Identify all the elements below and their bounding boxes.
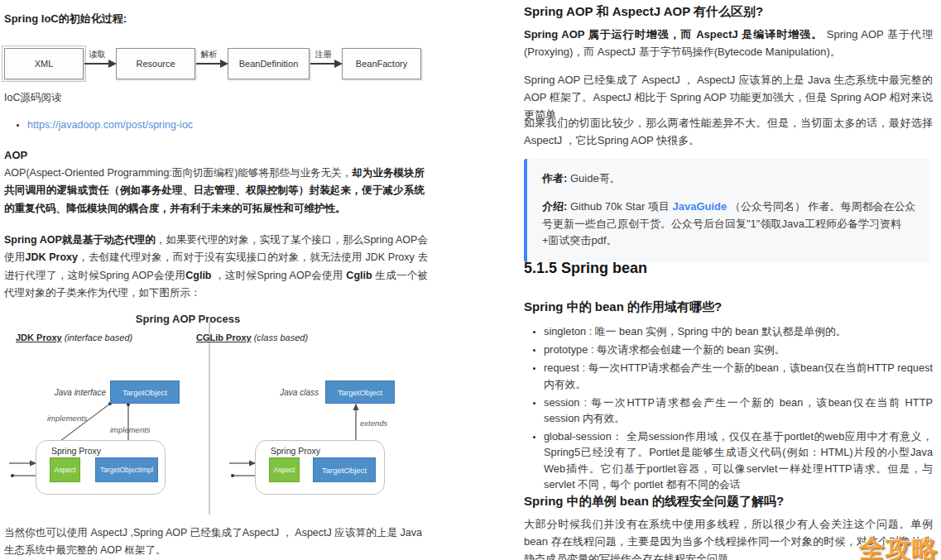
thread-safety-heading: Spring 中的单例 bean 的线程安全问题了解吗?	[524, 494, 784, 510]
jdk-targetobject-box: TargetObject	[110, 381, 180, 404]
ioc-init-title: Spring IoC的初始化过程:	[4, 12, 127, 26]
flow-arrow-read: 读取	[84, 63, 115, 65]
aop-paragraph-normal: AOP(Aspect-Oriented Programming:面向切面编程)能…	[4, 167, 352, 179]
intro-label: 介绍:	[542, 200, 567, 213]
jdk-proxy-subtitle: (interface based)	[62, 333, 133, 342]
proxy-bold-4: Cglib	[346, 270, 372, 281]
performance-paragraph: 如果我们的切面比较少，那么两者性能差异不大。但是，当切面太多的话，最好选择 As…	[524, 114, 933, 149]
jdk-proxy-title: JDK Proxy	[16, 333, 62, 342]
aspectj-closing-paragraph: 当然你也可以使用 AspectJ ,Spring AOP 已经集成了Aspect…	[4, 524, 422, 560]
watermark-text: 全攻略	[859, 532, 939, 560]
implements-label-1: implements	[47, 414, 88, 423]
difference-bold: Spring AOP 属于运行时增强，而 AspectJ 是编译时增强。	[524, 28, 823, 41]
javadoop-link[interactable]: https://javadoop.com/post/spring-ioc	[27, 119, 193, 131]
proxy-normal-3: ，这时候Spring AOP会使用	[212, 270, 347, 281]
scope-item-prototype: prototype : 每次请求都会创建一个新的 bean 实例。	[544, 342, 933, 357]
aop-paragraph: AOP(Aspect-Oriented Programming:面向切面编程)能…	[4, 165, 425, 218]
cglib-targetobject-box: TargetObject	[325, 381, 395, 404]
flow-box-xml: XML	[4, 48, 84, 79]
cglib-proxy-subtitle: (class based)	[252, 333, 308, 342]
diagram-title: Spring AOP Process	[4, 313, 372, 325]
aop-heading: AOP	[4, 149, 27, 161]
flow-box-beanfactory: BeanFactory	[342, 48, 421, 79]
bean-scopes-heading: Spring 中的 bean 的作用域有哪些?	[524, 299, 722, 315]
author-quote-block: 作者: Guide哥。 介绍: Github 70k Star 项目 JavaG…	[524, 159, 929, 262]
quote-author-line: 作者: Guide哥。	[542, 170, 916, 188]
cglib-aspect-box: Aspect	[269, 457, 300, 482]
quote-intro-line: 介绍: Github 70k Star 项目 JavaGuide （公众号同名）…	[542, 199, 916, 250]
spring-proxy-label: Spring Proxy	[271, 446, 320, 456]
right-column: Spring AOP 和 AspectJ AOP 有什么区别? Spring A…	[524, 0, 933, 560]
javaguide-link[interactable]: JavaGuide	[673, 200, 727, 213]
cglib-inner-targetobject-box: TargetObject	[313, 457, 376, 482]
flow-arrow-register: 注册	[310, 63, 341, 65]
java-class-label: Java class	[267, 388, 319, 397]
flow-arrow-parse: 解析	[196, 63, 227, 65]
ioc-flow-diagram: XML 读取 Resource 解析 BeanDefinition 注册 Bea…	[4, 41, 421, 79]
cglib-proxy-label: CGLib Proxy (class based)	[196, 333, 308, 342]
author-value: Guide哥。	[567, 172, 620, 184]
ioc-link-list: https://javadoop.com/post/spring-ioc	[27, 119, 193, 131]
author-label: 作者:	[542, 172, 567, 184]
spring-aop-process-diagram: Spring AOP Process JDK Proxy (interface …	[4, 308, 418, 521]
flow-arrow-read-label: 读取	[89, 49, 106, 60]
flow-arrow-parse-label: 解析	[201, 49, 218, 60]
flow-box-resource: Resource	[116, 48, 195, 79]
scope-item-request: request : 每一次HTTP请求都会产生一个新的bean，该bean仅在当…	[544, 360, 933, 391]
spring-proxy-label: Spring Proxy	[51, 446, 101, 456]
spring-aop-proxy-paragraph: Spring AOP就是基于动态代理的，如果要代理的对象，实现了某个接口，那么S…	[4, 232, 428, 302]
jdk-proxy-label: JDK Proxy (interface based)	[16, 333, 132, 342]
extends-label: extends	[360, 419, 387, 428]
proxy-bold-2: JDK Proxy	[25, 251, 77, 263]
aop-vs-aspectj-heading: Spring AOP 和 AspectJ AOP 有什么区别?	[524, 4, 763, 20]
scope-item-singleton: singleton : 唯一 bean 实例，Spring 中的 bean 默认…	[544, 323, 933, 339]
jdk-aspect-box: Aspect	[50, 457, 80, 482]
scope-item-global-session: global-session： 全局session作用域，仅仅在基于portle…	[544, 428, 933, 492]
intro-pre: Github 70k Star 项目	[567, 200, 672, 213]
targetobjectimpl-box: TargetObjectImpl	[95, 457, 158, 482]
ioc-source-reading-text: IoC源码阅读	[4, 91, 61, 105]
scope-item-session: session : 每一次HTTP请求都会产生一个新的 bean，该bean仅在…	[544, 395, 933, 426]
flow-arrow-register-label: 注册	[315, 49, 332, 60]
proxy-bold-1: Spring AOP就是基于动态代理的	[4, 234, 156, 246]
difference-paragraph: Spring AOP 属于运行时增强，而 AspectJ 是编译时增强。 Spr…	[524, 26, 933, 60]
implements-label-2: implements	[110, 425, 151, 434]
bean-scopes-list: singleton : 唯一 bean 实例，Spring 中的 bean 默认…	[544, 323, 933, 495]
proxy-bold-3: Cglib	[185, 270, 211, 281]
java-interface-label: Java interface	[36, 388, 106, 397]
document-page: { "left": { "ioc_title": "Spring IoC的初始化…	[0, 0, 941, 560]
section-515-heading: 5.1.5 Spring bean	[524, 260, 647, 277]
list-item: https://javadoop.com/post/spring-ioc	[27, 119, 193, 131]
left-column: Spring IoC的初始化过程: XML 读取 Resource 解析 Bea…	[4, 0, 505, 560]
cglib-proxy-title: CGLib Proxy	[196, 333, 252, 342]
flow-box-beandefinition: BeanDefinition	[228, 48, 310, 79]
